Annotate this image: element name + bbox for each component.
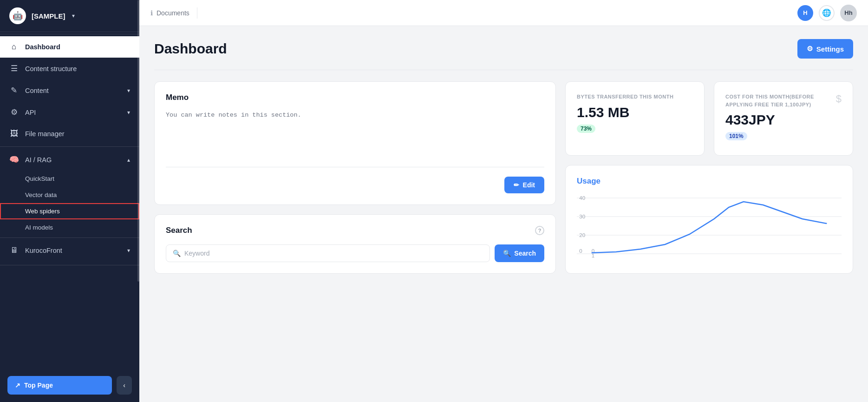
- memo-content: You can write notes in this section.: [166, 112, 544, 167]
- usage-card: Usage 40 30 20 1 0: [565, 165, 853, 274]
- cost-card: $ COST FOR THIS MONTH(BEFORE APPLYING FR…: [714, 81, 853, 156]
- chevron-up-icon: ▴: [127, 157, 130, 163]
- topbar-right: H 🌐 Hh: [797, 5, 857, 21]
- cost-badge: 101%: [725, 132, 747, 140]
- list-icon: ☰: [9, 64, 19, 73]
- top-page-button[interactable]: ↗ Top Page: [7, 376, 112, 395]
- search-input-wrap: 🔍: [166, 244, 490, 262]
- help-icon[interactable]: ?: [535, 226, 544, 235]
- svg-text:0: 0: [579, 248, 582, 254]
- svg-text:20: 20: [579, 232, 585, 238]
- monitor-icon: 🖥: [9, 246, 19, 255]
- sidebar-brand[interactable]: [SAMPLE]: [32, 12, 65, 20]
- chevron-down-icon: ▾: [127, 109, 130, 116]
- sidebar-item-dashboard[interactable]: ⌂ Dashboard: [0, 36, 139, 58]
- home-icon: ⌂: [9, 42, 19, 52]
- edit-button[interactable]: ✏ Edit: [504, 177, 544, 193]
- usage-title: Usage: [577, 177, 842, 186]
- topbar: ℹ Documents H 🌐 Hh: [139, 0, 868, 26]
- left-column: Memo You can write notes in this section…: [154, 81, 556, 274]
- cost-label: COST FOR THIS MONTH(BEFORE APPLYING FREE…: [725, 93, 842, 108]
- gear-icon: ⚙: [807, 45, 813, 53]
- search-input-row: 🔍 🔍 Search: [166, 244, 544, 262]
- search-title: Search ?: [166, 226, 544, 235]
- dashboard-grid: Memo You can write notes in this section…: [154, 81, 853, 274]
- sidebar-item-file-manager[interactable]: 🖼 File manager: [0, 123, 139, 145]
- sidebar-sub-item-vector-data[interactable]: Vector data: [0, 187, 139, 203]
- sidebar-sub-item-quickstart[interactable]: QuickStart: [0, 171, 139, 187]
- cost-value: 433JPY: [725, 112, 842, 128]
- search-icon: 🔍: [503, 250, 511, 257]
- avatar[interactable]: Hh: [840, 5, 857, 21]
- chevron-down-icon: ▾: [72, 13, 75, 19]
- content-header: Dashboard ⚙ Settings: [154, 39, 853, 59]
- sidebar-item-kuroco-front[interactable]: 🖥 KurocoFront ▾: [0, 240, 139, 261]
- ai-icon: 🧠: [9, 155, 19, 165]
- external-link-icon: ↗: [15, 382, 20, 389]
- info-icon: ℹ: [150, 9, 153, 17]
- memo-card: Memo You can write notes in this section…: [154, 81, 556, 205]
- topbar-divider: [197, 7, 197, 19]
- search-card: Search ? 🔍 🔍 Search: [154, 214, 556, 274]
- chart-container: 40 30 20 1 0 0: [577, 193, 842, 258]
- search-icon: 🔍: [173, 250, 181, 257]
- sidebar-header: 🤖 [SAMPLE] ▾: [0, 0, 139, 32]
- bytes-value: 1.53 MB: [577, 105, 693, 120]
- sidebar-scrollbar: [137, 0, 139, 282]
- edit-icon: ✎: [9, 86, 19, 95]
- pencil-icon: ✏: [514, 181, 519, 189]
- user-initial-button[interactable]: H: [797, 5, 813, 21]
- settings-button[interactable]: ⚙ Settings: [797, 39, 853, 59]
- chevron-down-icon: ▾: [127, 87, 130, 94]
- content-divider: [154, 70, 853, 70]
- svg-text:40: 40: [579, 195, 585, 201]
- dollar-icon: $: [836, 93, 842, 105]
- sidebar-footer: ↗ Top Page ‹: [0, 369, 139, 402]
- svg-text:1: 1: [592, 253, 594, 258]
- sidebar-item-content-structure[interactable]: ☰ Content structure: [0, 58, 139, 79]
- api-icon: ⚙: [9, 107, 19, 117]
- svg-text:30: 30: [579, 214, 585, 219]
- search-button[interactable]: 🔍 Search: [495, 244, 544, 262]
- bytes-label: BYTES TRANSFERRED THIS MONTH: [577, 93, 693, 101]
- page-title: Dashboard: [154, 41, 227, 57]
- sidebar-logo: 🤖: [9, 7, 26, 24]
- sidebar-item-api[interactable]: ⚙ API ▾: [0, 101, 139, 123]
- sidebar-sub-item-web-spiders[interactable]: Web spiders: [0, 203, 139, 219]
- memo-title: Memo: [166, 93, 544, 102]
- sidebar-item-content[interactable]: ✎ Content ▾: [0, 79, 139, 101]
- main-area: ℹ Documents H 🌐 Hh Dashboard ⚙ Settings: [139, 0, 868, 402]
- search-input[interactable]: [184, 245, 483, 262]
- globe-button[interactable]: 🌐: [819, 5, 835, 21]
- breadcrumb: ℹ Documents: [150, 9, 189, 17]
- sidebar-sub-item-ai-models[interactable]: AI models: [0, 219, 139, 236]
- bytes-badge: 73%: [577, 125, 595, 133]
- content-area: Dashboard ⚙ Settings Memo You can write …: [139, 26, 868, 402]
- sidebar: 🤖 [SAMPLE] ▾ ⌂ Dashboard ☰ Content struc…: [0, 0, 139, 402]
- bytes-card: BYTES TRANSFERRED THIS MONTH 1.53 MB 73%: [565, 81, 705, 156]
- collapse-button[interactable]: ‹: [117, 376, 132, 395]
- sidebar-item-ai-rag[interactable]: 🧠 AI / RAG ▴: [0, 149, 139, 171]
- chevron-down-icon: ▾: [127, 247, 130, 254]
- file-icon: 🖼: [9, 129, 19, 138]
- usage-chart: 40 30 20 1 0 0: [577, 193, 842, 258]
